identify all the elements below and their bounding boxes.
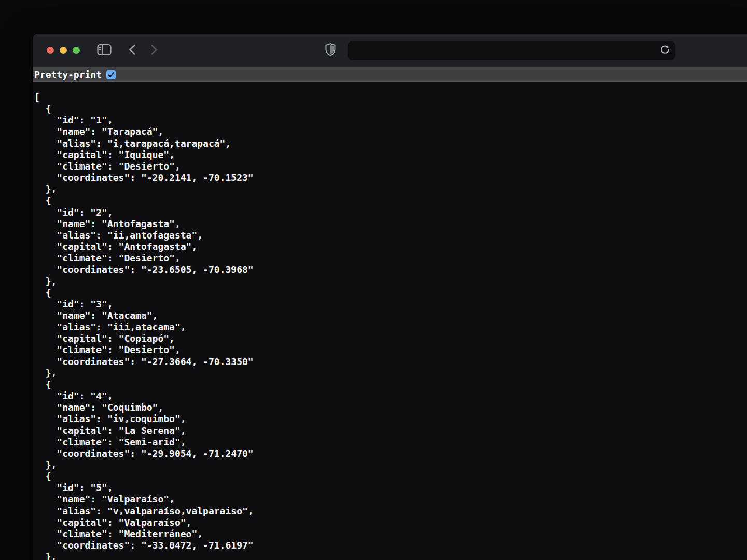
- close-button[interactable]: [47, 47, 54, 54]
- chevron-left-icon: [128, 44, 136, 57]
- reload-button[interactable]: [658, 43, 672, 58]
- sidebar-toggle-button[interactable]: [96, 42, 113, 59]
- zoom-button[interactable]: [73, 47, 80, 54]
- chevron-right-icon: [150, 44, 158, 57]
- pretty-print-checkbox[interactable]: [106, 70, 116, 79]
- privacy-shield-icon: [325, 43, 336, 59]
- window-controls: [47, 47, 80, 54]
- pretty-print-bar: Pretty-print: [33, 67, 747, 82]
- reload-icon: [660, 45, 670, 57]
- forward-button[interactable]: [146, 42, 162, 59]
- url-input[interactable]: [348, 41, 675, 60]
- sidebar-icon: [96, 43, 112, 58]
- minimize-button[interactable]: [60, 47, 67, 54]
- pretty-print-label: Pretty-print: [34, 70, 102, 79]
- browser-toolbar: [33, 34, 747, 67]
- json-body: [ { "id": "1", "name": "Tarapacá", "alia…: [33, 82, 747, 560]
- browser-window: Pretty-print [ { "id": "1", "name": "Tar…: [33, 34, 747, 560]
- privacy-report-button[interactable]: [322, 42, 339, 59]
- checkmark-icon: [107, 71, 115, 78]
- back-button[interactable]: [124, 42, 141, 59]
- json-viewer: [ { "id": "1", "name": "Tarapacá", "alia…: [33, 82, 747, 560]
